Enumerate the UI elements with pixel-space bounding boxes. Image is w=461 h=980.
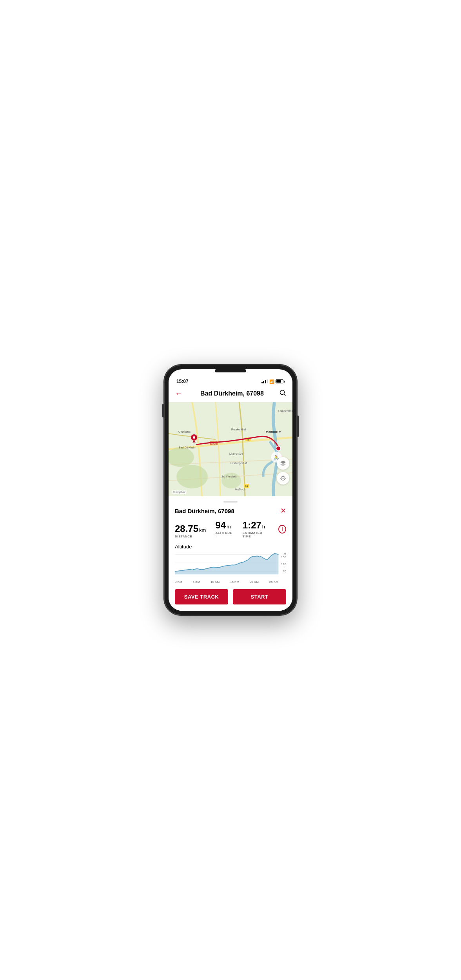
svg-text:Lampertheim: Lampertheim <box>278 410 292 413</box>
header-title: Bad Dürkheim, 67098 <box>185 390 279 397</box>
distance-value: 28.75 <box>175 523 198 534</box>
action-buttons: SAVE TRACK START <box>175 589 286 604</box>
svg-text:Limburgerhof: Limburgerhof <box>230 462 247 465</box>
y-label-90: 90 <box>281 570 286 573</box>
svg-line-1 <box>284 394 286 396</box>
svg-point-24 <box>276 446 281 451</box>
map-controls <box>277 457 289 485</box>
time-value: 1:27 <box>243 520 261 531</box>
x-label-20: 20 KM <box>250 580 259 584</box>
panel-title: Bad Dürkheim, 67098 <box>175 508 234 514</box>
wifi-icon: 📶 <box>269 379 274 384</box>
svg-text:Frankenthal: Frankenthal <box>231 428 246 431</box>
stats-row: 28.75 km DISTANCE 94 m ALTITUDE ↑ <box>175 520 286 538</box>
phone-frame: 15:07 📶 <box>164 365 297 615</box>
close-button[interactable]: ✕ <box>280 506 286 515</box>
svg-point-30 <box>283 478 284 479</box>
mapbox-attribution: © mapbox <box>172 490 187 494</box>
distance-label: DISTANCE <box>175 535 206 538</box>
search-button[interactable] <box>279 389 286 398</box>
battery-icon <box>276 379 285 383</box>
svg-text:Mannheim: Mannheim <box>266 430 281 434</box>
time-label: ESTIMATED TIME <box>243 531 269 538</box>
x-label-10: 10 KM <box>211 580 220 584</box>
y-label-150: M150 <box>281 552 286 559</box>
drag-handle <box>223 501 238 503</box>
start-button[interactable]: START <box>233 589 286 604</box>
map-layers-button[interactable] <box>277 457 289 470</box>
svg-text:Schifferstadt: Schifferstadt <box>221 475 237 478</box>
svg-text:Grünstadt: Grünstadt <box>178 430 191 433</box>
x-label-0: 0 KM <box>175 580 182 584</box>
stat-altitude: 94 m ALTITUDE ↑ <box>215 520 233 538</box>
status-icons: 📶 <box>261 379 285 384</box>
x-label-25: 25 KM <box>269 580 278 584</box>
altitude-chart: M150 120 90 <box>175 552 286 579</box>
altitude-chart-title: Altitude <box>175 544 286 550</box>
svg-text:Bad Dürkheim: Bad Dürkheim <box>179 446 196 449</box>
app-header: ← Bad Dürkheim, 67098 <box>169 386 292 402</box>
stat-time: 1:27 h ESTIMATED TIME <box>243 520 269 538</box>
svg-text:Mutterstadt: Mutterstadt <box>229 453 243 456</box>
phone-speaker <box>215 369 246 372</box>
map-location-button[interactable] <box>277 472 289 485</box>
svg-text:61: 61 <box>245 485 248 487</box>
back-button[interactable]: ← <box>175 388 185 399</box>
altitude-unit: m <box>227 524 231 530</box>
panel-header: Bad Dürkheim, 67098 ✕ <box>175 506 286 515</box>
signal-icon <box>261 379 268 383</box>
svg-text:Haßloch: Haßloch <box>235 488 245 491</box>
chart-y-labels: M150 120 90 <box>281 552 286 579</box>
x-label-15: 15 KM <box>230 580 239 584</box>
phone-screen: 15:07 📶 <box>169 369 292 611</box>
y-label-120: 120 <box>281 563 286 566</box>
x-label-5: 5 KM <box>193 580 200 584</box>
svg-point-4 <box>176 465 208 488</box>
bottom-panel: Bad Dürkheim, 67098 ✕ 28.75 km DISTANCE <box>169 496 292 611</box>
save-track-button[interactable]: SAVE TRACK <box>175 589 228 604</box>
status-bar: 15:07 📶 <box>169 376 292 386</box>
altitude-label: ALTITUDE ↑ <box>215 531 233 538</box>
map-view[interactable]: Bobenheim-Roxheim Lampertheim Grünstadt … <box>169 402 292 496</box>
time-unit: h <box>262 524 265 530</box>
altitude-section: Altitude <box>175 544 286 584</box>
chart-x-labels: 0 KM 5 KM 10 KM 15 KM 20 KM 25 KM <box>175 580 286 584</box>
svg-point-23 <box>193 436 195 439</box>
svg-point-0 <box>280 390 285 394</box>
altitude-value: 94 <box>215 520 226 531</box>
svg-marker-28 <box>280 463 286 466</box>
distance-unit: km <box>199 527 206 533</box>
status-time: 15:07 <box>176 379 189 384</box>
stat-distance: 28.75 km DISTANCE <box>175 523 206 538</box>
info-button[interactable]: i <box>278 525 286 534</box>
